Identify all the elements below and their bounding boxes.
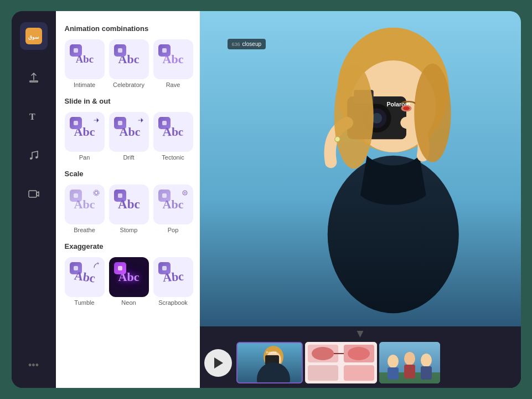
animation-panel: Animation combinations Abc Intimate Abc … (56, 11, 200, 388)
anim-card-tectonic[interactable]: Abc (153, 112, 193, 152)
svg-text:Polaroid: Polaroid (266, 351, 277, 354)
anim-item-celebratory[interactable]: Abc Celebratory (109, 39, 149, 88)
anim-item-stomp[interactable]: Abc Stomp (109, 185, 149, 233)
video-button[interactable] (23, 183, 45, 205)
svg-rect-5 (29, 191, 37, 197)
svg-rect-45 (421, 366, 432, 380)
anim-card-stomp[interactable]: Abc (109, 185, 149, 224)
thumbnail-camera[interactable]: Polaroid (236, 342, 303, 383)
anim-label-breathe: Breathe (74, 227, 95, 233)
anim-card-intimate[interactable]: Abc (65, 39, 105, 79)
svg-point-21 (414, 64, 451, 162)
anim-card-neon[interactable]: Abc (109, 257, 149, 297)
section-title-animation-combinations: Animation combinations (65, 24, 191, 33)
svg-point-40 (388, 355, 399, 368)
music-button[interactable] (23, 144, 45, 166)
timeline: Polaroid (200, 326, 521, 388)
main-area: Polaroid (200, 11, 521, 388)
anim-label-intimate: Intimate (74, 81, 95, 88)
anim-card-drift[interactable]: Abc (109, 112, 149, 152)
anim-label-pop: Pop (168, 227, 179, 233)
closeup-badge: 636 closeup (228, 39, 266, 49)
exaggerate-grid: Abc Tumble Abc Neon (65, 257, 191, 306)
svg-rect-34 (308, 365, 338, 381)
svg-point-4 (35, 156, 38, 158)
app-window: سوق T ••• (12, 11, 521, 388)
anim-label-tumble: Tumble (74, 299, 94, 306)
svg-point-20 (334, 64, 373, 169)
anim-item-intimate[interactable]: Abc Intimate (65, 39, 105, 88)
anim-item-breathe[interactable]: Abc Breathe (65, 185, 105, 233)
anim-label-pan: Pan (79, 154, 90, 161)
anim-card-rave[interactable]: Abc (153, 39, 193, 79)
svg-point-42 (404, 352, 415, 365)
svg-point-23 (403, 106, 410, 110)
anim-card-breathe[interactable]: Abc (65, 185, 105, 224)
text-button[interactable]: T (23, 105, 45, 127)
svg-point-3 (30, 157, 32, 160)
svg-point-7 (95, 191, 98, 195)
closeup-label: closeup (242, 41, 261, 47)
preview-area: Polaroid (200, 11, 521, 326)
more-options-button[interactable]: ••• (28, 360, 39, 371)
anim-card-pop[interactable]: Abc (153, 185, 193, 224)
timeline-thumbnails: Polaroid (200, 340, 521, 388)
anim-item-tumble[interactable]: Abc Tumble (65, 257, 105, 306)
timeline-indicator (357, 331, 364, 337)
anim-item-neon[interactable]: Abc Neon (109, 257, 149, 306)
thumbnail-group[interactable] (379, 342, 440, 383)
svg-point-24 (334, 136, 339, 141)
svg-point-37 (348, 347, 370, 360)
anim-card-tumble[interactable]: Abc (65, 257, 105, 297)
anim-item-drift[interactable]: Abc Drift (109, 112, 149, 161)
slide-grid: Abc Pan Abc Drift (65, 112, 191, 161)
anim-label-scrapbook: Scrapbook (158, 299, 188, 306)
anim-card-celebratory[interactable]: Abc (109, 39, 149, 79)
anim-label-celebratory: Celebratory (113, 81, 144, 88)
scale-grid: Abc Breathe Abc Stomp (65, 185, 191, 233)
sidebar: سوق T ••• (12, 11, 56, 388)
svg-rect-35 (344, 365, 374, 381)
upload-button[interactable] (23, 66, 45, 89)
svg-text:سوق: سوق (28, 34, 39, 40)
app-logo: سوق (20, 22, 48, 50)
anim-label-stomp: Stomp (120, 227, 138, 233)
anim-label-tectonic: Tectonic (162, 154, 184, 161)
svg-text:T: T (29, 112, 35, 121)
anim-card-scrapbook[interactable]: Abc (153, 257, 193, 297)
animation-combinations-grid: Abc Intimate Abc Celebratory Abc Rave (65, 39, 191, 88)
anim-label-rave: Rave (166, 81, 180, 88)
play-button[interactable] (204, 349, 232, 377)
anim-item-pan[interactable]: Abc Pan (65, 112, 105, 161)
section-title-slide: Slide in & out (65, 97, 191, 105)
svg-point-36 (312, 347, 334, 360)
anim-item-pop[interactable]: Abc Pop (153, 185, 193, 233)
anim-item-rave[interactable]: Abc Rave (153, 39, 193, 88)
svg-rect-43 (404, 365, 415, 378)
anim-item-tectonic[interactable]: Abc Tectonic (153, 112, 193, 161)
svg-rect-41 (388, 367, 399, 380)
section-title-exaggerate: Exaggerate (65, 242, 191, 250)
anim-label-drift: Drift (123, 154, 134, 161)
svg-point-9 (184, 192, 186, 194)
anim-card-pan[interactable]: Abc (65, 112, 105, 152)
section-title-scale: Scale (65, 170, 191, 178)
preview-image: Polaroid (200, 11, 521, 326)
svg-point-44 (421, 354, 432, 367)
anim-item-scrapbook[interactable]: Abc Scrapbook (153, 257, 193, 306)
thumbnail-glasses[interactable] (305, 342, 377, 383)
anim-label-neon: Neon (121, 299, 136, 306)
